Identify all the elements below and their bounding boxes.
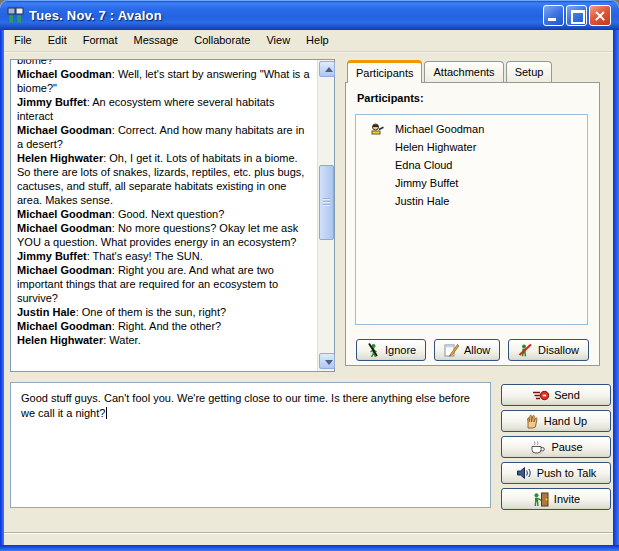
participant-row-jimmy-buffet[interactable]: Jimmy Buffet [356,174,587,192]
transcript-text: biome? Michael Goodman: Well, let's star… [11,60,316,371]
status-bar [4,532,613,545]
chat-message: Helen Highwater: Oh, I get it. Lots of h… [17,151,313,207]
message-input[interactable]: Good stuff guys. Can't fool you. We're g… [10,382,491,508]
action-button-push-to-talk[interactable]: Push to Talk [501,462,611,484]
chat-message: Michael Goodman: Well, let's start by an… [17,67,313,95]
chat-transcript: biome? Michael Goodman: Well, let's star… [10,59,335,372]
button-label: Ignore [385,344,416,356]
button-label: Hand Up [544,415,587,427]
tab-attachments[interactable]: Attachments [424,61,503,82]
close-button[interactable] [589,5,611,26]
button-label: Push to Talk [537,467,597,479]
chat-message: Jimmy Buffet: That's easy! The SUN. [17,249,313,263]
ignore-icon [366,343,380,358]
button-ignore[interactable]: Ignore [356,339,426,361]
participants-heading: Participants: [357,92,424,104]
window-title: Tues. Nov. 7 : Avalon [29,8,543,23]
message-author: Michael Goodman [17,208,112,220]
participant-row-helen-highwater[interactable]: Helen Highwater [356,138,587,156]
transcript-scrollbar[interactable] [317,60,334,371]
menu-item-format[interactable]: Format [75,32,126,48]
message-text: Right. And the other? [118,320,221,332]
message-text: Good. Next question? [118,208,224,220]
message-author: Michael Goodman [17,124,112,136]
chat-message: Justin Hale: One of them is the sun, rig… [17,305,313,319]
menu-bar: File Edit Format Message Collaborate Vie… [4,30,613,49]
minimize-button[interactable] [543,5,564,26]
pause-icon [529,440,546,455]
chat-message: Michael Goodman: Right you are. And what… [17,263,313,305]
message-author: Jimmy Buffet [17,96,87,108]
chat-message: Michael Goodman: Correct. And how many h… [17,123,313,151]
message-author: Michael Goodman [17,264,112,276]
button-label: Disallow [538,344,579,356]
message-author: Michael Goodman [17,68,112,80]
message-input-text: Good stuff guys. Can't fool you. We're g… [21,392,470,419]
tab-bar: Participants Attachments Setup [347,59,552,82]
participant-name: Edna Cloud [395,159,453,171]
participants-list: Michael Goodman Helen Highwater Edna Clo… [355,114,588,325]
button-label: Send [554,389,580,401]
invite-icon [532,492,549,507]
message-author: Helen Highwater [17,152,103,164]
push-to-talk-icon [516,466,532,480]
participant-name: Michael Goodman [395,123,484,135]
scrollbar-thumb[interactable] [319,165,334,240]
message-text: That's easy! The SUN. [93,250,203,262]
message-text: Water. [109,334,140,346]
titlebar: Tues. Nov. 7 : Avalon [0,0,619,30]
speaking-icon [370,123,395,135]
tab-participants[interactable]: Participants [347,60,422,83]
disallow-icon [518,343,533,357]
button-label: Pause [551,441,582,453]
window-frame-right [613,30,619,551]
scroll-up-icon[interactable] [319,61,335,77]
menu-item-message[interactable]: Message [126,32,187,48]
app-window: Tues. Nov. 7 : Avalon File Edit Format M… [0,0,619,551]
allow-icon [444,343,459,357]
window-frame-left [0,30,4,551]
hand-icon [525,414,539,429]
participant-name: Jimmy Buffet [395,177,458,189]
action-button-hand-up[interactable]: Hand Up [501,410,611,432]
maximize-button[interactable] [566,5,587,26]
participant-row-edna-cloud[interactable]: Edna Cloud [356,156,587,174]
chat-message: Helen Highwater: Water. [17,333,313,347]
participant-name: Helen Highwater [395,141,476,153]
transcript-clipped-line: biome? [17,60,313,67]
chat-message: Michael Goodman: No more questions? Okay… [17,221,313,249]
button-disallow[interactable]: Disallow [508,339,589,361]
menu-item-collaborate[interactable]: Collaborate [186,32,258,48]
participant-name: Justin Hale [395,195,449,207]
participant-row-justin-hale[interactable]: Justin Hale [356,192,587,210]
message-author: Jimmy Buffet [17,250,87,262]
message-author: Michael Goodman [17,320,112,332]
message-text: One of them is the sun, right? [82,306,226,318]
send-icon [532,389,549,402]
scroll-down-icon[interactable] [319,353,335,369]
menu-item-view[interactable]: View [258,32,298,48]
window-frame-bottom [0,545,619,551]
tab-setup[interactable]: Setup [506,61,553,82]
action-button-send[interactable]: Send [501,384,611,406]
button-label: Allow [464,344,490,356]
button-label: Invite [554,493,580,505]
chat-message: Michael Goodman: Good. Next question? [17,207,313,221]
message-author: Michael Goodman [17,222,112,234]
action-button-pause[interactable]: Pause [501,436,611,458]
chat-message: Jimmy Buffet: An ecosystem where several… [17,95,313,123]
moderation-buttons: Ignore Allow Disallow [356,339,589,361]
app-icon [7,6,25,24]
button-allow[interactable]: Allow [434,339,500,361]
chat-message: Michael Goodman: Right. And the other? [17,319,313,333]
message-author: Justin Hale [17,306,76,318]
message-author: Helen Highwater [17,334,103,346]
menu-item-edit[interactable]: Edit [40,32,75,48]
menu-item-file[interactable]: File [6,32,40,48]
participant-row-michael-goodman[interactable]: Michael Goodman [356,120,587,138]
action-button-invite[interactable]: Invite [501,488,611,510]
menu-item-help[interactable]: Help [298,32,337,48]
menu-divider [4,51,613,53]
action-buttons: Send Hand Up Pause Push to Talk Invite [501,384,611,514]
text-caret [106,407,107,419]
